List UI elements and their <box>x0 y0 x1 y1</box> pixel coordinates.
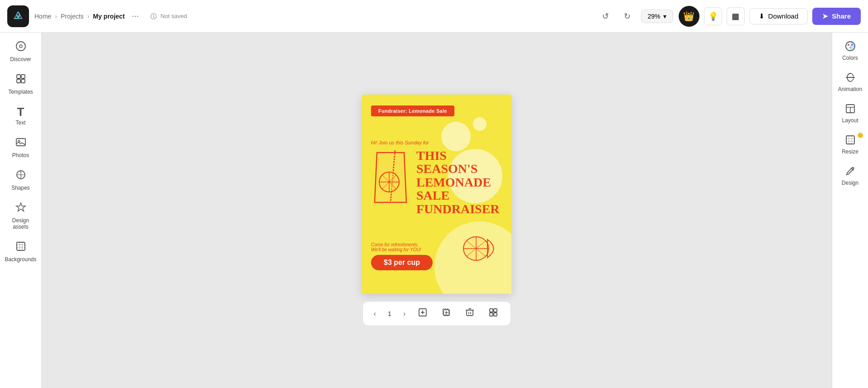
poster-price-badge: $3 per cup <box>371 255 433 270</box>
text-icon: T <box>17 106 24 118</box>
sidebar-item-discover[interactable]: Discover <box>3 36 39 67</box>
svg-point-40 <box>848 44 849 46</box>
page-number: 1 <box>385 310 394 317</box>
poster-main-text: THIS SEASON'S LEMONADE SALE FUNDRAISER <box>416 149 507 216</box>
page-controls: ‹ 1 › <box>362 301 511 326</box>
crown-icon: 👑 <box>683 11 694 22</box>
resize-icon <box>845 134 856 147</box>
svg-rect-5 <box>17 79 20 83</box>
undo-button[interactable]: ↺ <box>598 8 614 24</box>
svg-rect-35 <box>490 309 493 312</box>
svg-point-41 <box>851 44 853 46</box>
grid-view-button[interactable] <box>485 306 502 321</box>
sidebar-item-templates[interactable]: Templates <box>3 69 39 100</box>
svg-point-1 <box>16 42 25 51</box>
breadcrumb-sep-1: › <box>55 13 57 20</box>
topbar-right: 👑 💡 ▦ ⬇ Download ➤ Share <box>679 6 861 27</box>
idea-button[interactable]: 💡 <box>704 7 722 25</box>
left-sidebar: Discover Templates T Text Photos Shapes <box>0 33 42 388</box>
breadcrumb-sep-2: › <box>87 13 90 20</box>
svg-rect-7 <box>16 139 25 146</box>
poster-wrapper: Fundraiser: Lemonade Sale Hi! Join us th… <box>362 95 511 326</box>
photos-icon <box>15 137 26 150</box>
lemon-slices-illustration <box>463 230 503 267</box>
design-icon <box>845 166 856 178</box>
circle-decoration-2 <box>441 122 471 151</box>
svg-rect-10 <box>17 242 25 250</box>
svg-rect-4 <box>21 75 25 78</box>
right-sidebar-item-layout[interactable]: Layout <box>834 99 867 128</box>
lemonade-glass-illustration <box>370 148 411 207</box>
backgrounds-icon <box>15 241 26 254</box>
download-button[interactable]: ⬇ Download <box>749 8 808 24</box>
poster-subtitle: Hi! Join us this Sunday for <box>371 140 502 145</box>
right-sidebar-item-animation[interactable]: Animation <box>834 67 867 97</box>
download-icon: ⬇ <box>759 12 765 20</box>
canvas-area[interactable]: Fundraiser: Lemonade Sale Hi! Join us th… <box>42 33 832 388</box>
lightbulb-icon: 💡 <box>708 11 718 21</box>
topbar-center: ↺ ↻ 29% ▾ <box>598 8 673 24</box>
duplicate-page-button[interactable] <box>438 306 454 321</box>
svg-rect-46 <box>846 136 854 144</box>
grid-icon: ▦ <box>732 11 739 21</box>
delete-page-button[interactable] <box>462 306 478 321</box>
redo-button[interactable]: ↻ <box>619 8 636 24</box>
chevron-down-icon: ▾ <box>663 13 666 20</box>
svg-rect-36 <box>494 309 497 312</box>
save-status: Not saved <box>149 12 187 20</box>
zoom-button[interactable]: 29% ▾ <box>641 10 673 23</box>
right-sidebar-item-colors[interactable]: Colors <box>834 36 867 66</box>
add-page-button[interactable] <box>415 306 431 321</box>
shapes-icon <box>15 169 26 183</box>
poster-canvas[interactable]: Fundraiser: Lemonade Sale Hi! Join us th… <box>362 95 511 294</box>
breadcrumb: Home › Projects › My project ··· Not sav… <box>34 10 592 23</box>
next-page-button[interactable]: › <box>401 308 407 320</box>
sidebar-item-text[interactable]: T Text <box>3 101 39 130</box>
crown-button[interactable]: 👑 <box>679 6 699 27</box>
animation-icon <box>845 72 856 84</box>
app-logo[interactable] <box>7 5 29 27</box>
design-assets-icon <box>15 202 26 216</box>
poster-badge: Fundraiser: Lemonade Sale <box>371 105 454 116</box>
topbar: Home › Projects › My project ··· Not sav… <box>0 0 868 33</box>
svg-rect-37 <box>490 313 493 316</box>
templates-icon <box>15 73 26 87</box>
discover-icon <box>15 41 26 54</box>
svg-point-2 <box>19 45 22 48</box>
share-icon: ➤ <box>822 12 828 20</box>
svg-rect-6 <box>21 79 25 83</box>
poster-footer-text: Come for refreshments.We'll be waiting f… <box>371 242 421 252</box>
more-options-button[interactable]: ··· <box>128 10 142 23</box>
colors-icon <box>845 41 856 53</box>
right-sidebar-item-design[interactable]: Design <box>834 161 867 191</box>
breadcrumb-projects[interactable]: Projects <box>61 13 84 20</box>
svg-rect-38 <box>494 313 497 316</box>
share-button[interactable]: ➤ Share <box>812 8 861 25</box>
sidebar-item-design-assets[interactable]: Design assets <box>3 197 39 235</box>
svg-rect-3 <box>17 75 20 78</box>
layout-icon <box>845 103 856 115</box>
svg-rect-30 <box>467 310 473 316</box>
sidebar-item-photos[interactable]: Photos <box>3 132 39 163</box>
prev-page-button[interactable]: ‹ <box>372 308 378 320</box>
svg-point-42 <box>849 47 851 48</box>
circle-decoration-3 <box>473 117 487 131</box>
sidebar-item-shapes[interactable]: Shapes <box>3 165 39 196</box>
right-sidebar-item-resize[interactable]: 👑 Resize <box>834 130 867 159</box>
right-sidebar: Colors Animation Layout 👑 Resize <box>832 33 868 388</box>
resize-badge: 👑 <box>858 133 863 138</box>
breadcrumb-project[interactable]: My project <box>93 13 125 20</box>
breadcrumb-home[interactable]: Home <box>34 13 51 20</box>
main-area: Discover Templates T Text Photos Shapes <box>0 33 868 388</box>
sidebar-item-backgrounds[interactable]: Backgrounds <box>3 236 39 267</box>
grid-button[interactable]: ▦ <box>727 7 745 25</box>
